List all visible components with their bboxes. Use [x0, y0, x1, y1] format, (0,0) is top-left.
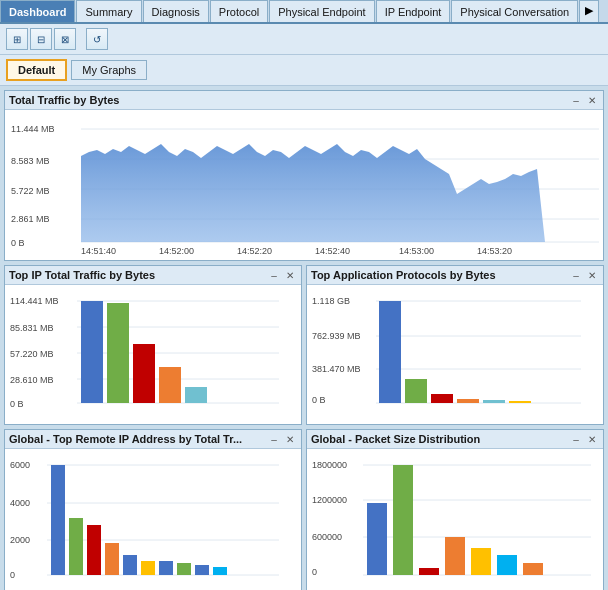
total-traffic-minimize[interactable]: – — [569, 93, 583, 107]
svg-rect-44 — [483, 400, 505, 403]
tab-summary[interactable]: Summary — [76, 0, 141, 22]
bottom-row: Global - Top Remote IP Address by Total … — [4, 429, 604, 590]
svg-text:28.610 MB: 28.610 MB — [10, 375, 54, 385]
subtab-default[interactable]: Default — [6, 59, 67, 81]
toolbar-btn-2[interactable]: ⊟ — [30, 28, 52, 50]
svg-rect-61 — [177, 563, 191, 575]
top-ip-controls: – ✕ — [267, 268, 297, 282]
svg-rect-45 — [509, 401, 531, 403]
top-ip-panel: Top IP Total Traffic by Bytes – ✕ 114.44… — [4, 265, 302, 425]
svg-text:2000: 2000 — [10, 535, 30, 545]
svg-rect-55 — [69, 518, 83, 575]
toolbar: ⊞ ⊟ ⊠ ↺ — [0, 24, 608, 55]
svg-rect-63 — [213, 567, 227, 575]
global-remote-chart: 6000 4000 2000 0 — [9, 453, 297, 590]
svg-text:4000: 4000 — [10, 498, 30, 508]
svg-rect-30 — [159, 367, 181, 403]
top-app-chart: 1.118 GB 762.939 MB 381.470 MB 0 B — [311, 289, 599, 419]
top-app-minimize[interactable]: – — [569, 268, 583, 282]
top-app-header: Top Application Protocols by Bytes – ✕ — [307, 266, 603, 285]
toolbar-btn-3[interactable]: ⊠ — [54, 28, 76, 50]
tab-more-button[interactable]: ▶ — [579, 0, 599, 22]
subtab-bar: Default My Graphs — [0, 55, 608, 86]
subtab-my-graphs[interactable]: My Graphs — [71, 60, 147, 80]
svg-text:1200000: 1200000 — [312, 495, 347, 505]
tab-ip-endpoint[interactable]: IP Endpoint — [376, 0, 451, 22]
svg-text:762.939 MB: 762.939 MB — [312, 331, 361, 341]
top-ip-body: 114.441 MB 85.831 MB 57.220 MB 28.610 MB… — [5, 285, 301, 425]
top-ip-minimize[interactable]: – — [267, 268, 281, 282]
svg-text:0: 0 — [10, 570, 15, 580]
svg-rect-54 — [51, 465, 65, 575]
global-remote-controls: – ✕ — [267, 432, 297, 446]
top-ip-title: Top IP Total Traffic by Bytes — [9, 269, 155, 281]
svg-rect-76 — [471, 548, 491, 575]
svg-rect-41 — [405, 379, 427, 403]
svg-text:14:52:40: 14:52:40 — [315, 246, 350, 254]
svg-rect-43 — [457, 399, 479, 403]
total-traffic-body: 11.444 MB 8.583 MB 5.722 MB 2.861 MB 0 B — [5, 110, 603, 260]
total-traffic-close[interactable]: ✕ — [585, 93, 599, 107]
svg-text:0: 0 — [312, 567, 317, 577]
svg-text:14:52:00: 14:52:00 — [159, 246, 194, 254]
top-app-controls: – ✕ — [569, 268, 599, 282]
svg-text:1.118 GB: 1.118 GB — [312, 296, 350, 306]
global-packet-close[interactable]: ✕ — [585, 432, 599, 446]
svg-text:5.722 MB: 5.722 MB — [11, 186, 50, 196]
svg-rect-75 — [445, 537, 465, 575]
svg-text:6000: 6000 — [10, 460, 30, 470]
global-packet-title: Global - Packet Size Distribution — [311, 433, 480, 445]
svg-rect-27 — [81, 301, 103, 403]
total-traffic-controls: – ✕ — [569, 93, 599, 107]
toolbar-btn-1[interactable]: ⊞ — [6, 28, 28, 50]
svg-text:381.470 MB: 381.470 MB — [312, 364, 361, 374]
svg-text:0 B: 0 B — [10, 399, 24, 409]
global-remote-title: Global - Top Remote IP Address by Total … — [9, 433, 242, 445]
top-app-title: Top Application Protocols by Bytes — [311, 269, 496, 281]
svg-rect-28 — [107, 303, 129, 403]
svg-rect-42 — [431, 394, 453, 403]
svg-rect-72 — [367, 503, 387, 575]
svg-rect-31 — [185, 387, 207, 403]
global-packet-header: Global - Packet Size Distribution – ✕ — [307, 430, 603, 449]
top-ip-header: Top IP Total Traffic by Bytes – ✕ — [5, 266, 301, 285]
total-traffic-chart: 11.444 MB 8.583 MB 5.722 MB 2.861 MB 0 B — [9, 114, 599, 254]
svg-rect-57 — [105, 543, 119, 575]
toolbar-refresh-button[interactable]: ↺ — [86, 28, 108, 50]
svg-text:85.831 MB: 85.831 MB — [10, 323, 54, 333]
svg-text:114.441 MB: 114.441 MB — [10, 296, 59, 306]
global-remote-header: Global - Top Remote IP Address by Total … — [5, 430, 301, 449]
top-ip-close[interactable]: ✕ — [283, 268, 297, 282]
tab-diagnosis[interactable]: Diagnosis — [143, 0, 209, 22]
global-remote-body: 6000 4000 2000 0 — [5, 449, 301, 590]
top-app-close[interactable]: ✕ — [585, 268, 599, 282]
top-app-body: 1.118 GB 762.939 MB 381.470 MB 0 B — [307, 285, 603, 425]
global-packet-controls: – ✕ — [569, 432, 599, 446]
global-packet-chart: 1800000 1200000 600000 0 — [311, 453, 599, 590]
svg-text:57.220 MB: 57.220 MB — [10, 349, 54, 359]
svg-rect-56 — [87, 525, 101, 575]
tab-protocol[interactable]: Protocol — [210, 0, 268, 22]
svg-rect-62 — [195, 565, 209, 575]
global-remote-panel: Global - Top Remote IP Address by Total … — [4, 429, 302, 590]
svg-text:600000: 600000 — [312, 532, 342, 542]
global-packet-minimize[interactable]: – — [569, 432, 583, 446]
total-traffic-header: Total Traffic by Bytes – ✕ — [5, 91, 603, 110]
svg-text:0 B: 0 B — [11, 238, 25, 248]
svg-rect-74 — [419, 568, 439, 575]
svg-text:2.861 MB: 2.861 MB — [11, 214, 50, 224]
top-ip-chart: 114.441 MB 85.831 MB 57.220 MB 28.610 MB… — [9, 289, 297, 419]
svg-rect-73 — [393, 465, 413, 575]
global-remote-minimize[interactable]: – — [267, 432, 281, 446]
total-traffic-panel: Total Traffic by Bytes – ✕ 11.444 MB 8.5… — [4, 90, 604, 261]
global-packet-panel: Global - Packet Size Distribution – ✕ 18… — [306, 429, 604, 590]
tab-physical-endpoint[interactable]: Physical Endpoint — [269, 0, 374, 22]
tab-dashboard[interactable]: Dashboard — [0, 0, 75, 22]
tab-physical-conversation[interactable]: Physical Conversation — [451, 0, 578, 22]
svg-rect-58 — [123, 555, 137, 575]
top-app-panel: Top Application Protocols by Bytes – ✕ 1… — [306, 265, 604, 425]
svg-rect-60 — [159, 561, 173, 575]
svg-rect-77 — [497, 555, 517, 575]
svg-rect-40 — [379, 301, 401, 403]
global-remote-close[interactable]: ✕ — [283, 432, 297, 446]
